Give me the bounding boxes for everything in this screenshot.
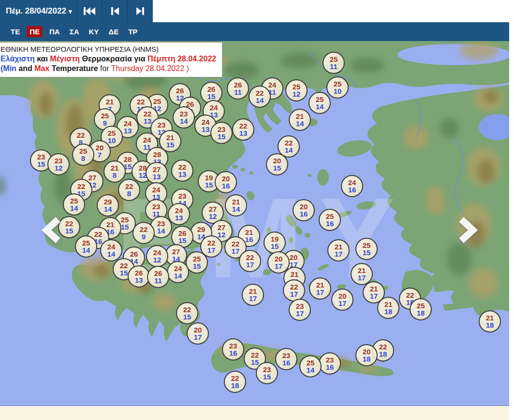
toolbar: Πέμ. 28/04/2022 ▾: [0, 0, 153, 22]
max-temp: 26: [178, 230, 187, 237]
day-tab-ΚΥ[interactable]: ΚΥ: [86, 26, 102, 37]
day-tab-ΣΑ[interactable]: ΣΑ: [67, 26, 82, 37]
max-temp: 23: [55, 157, 63, 164]
map-prev-arrow[interactable]: [40, 217, 65, 244]
temp-bubble: 2217: [239, 250, 261, 272]
title-part: for: [100, 64, 111, 72]
date-dropdown[interactable]: Πέμ. 28/04/2022 ▾: [0, 0, 76, 22]
max-temp: 20: [300, 203, 308, 210]
temp-bubble: 2414: [167, 261, 189, 283]
min-temp: 18: [384, 308, 393, 315]
temp-bubble: 2117: [309, 277, 331, 300]
max-temp: 25: [79, 147, 88, 155]
max-temp: 25: [330, 56, 338, 63]
max-temp: 21: [111, 164, 119, 172]
min-temp: 13: [202, 126, 210, 133]
max-temp: 25: [108, 130, 116, 137]
max-temp: 22: [406, 291, 414, 299]
min-temp: 14: [285, 146, 293, 154]
min-temp: 15: [363, 249, 371, 256]
max-temp: 25: [417, 302, 425, 309]
temp-bubble: 2015: [266, 153, 288, 175]
max-temp: 21: [106, 98, 114, 105]
max-temp: 25: [334, 80, 342, 87]
min-temp: 15: [120, 269, 128, 276]
min-temp: 14: [174, 272, 182, 279]
min-temp: 13: [144, 117, 152, 125]
max-temp: 23: [296, 303, 304, 310]
map-next-arrow[interactable]: [455, 217, 480, 244]
day-tab-ΔΕ[interactable]: ΔΕ: [105, 26, 121, 37]
min-temp: 17: [249, 295, 257, 302]
max-temp: 26: [135, 269, 143, 276]
temp-bubble: 2114: [289, 109, 311, 131]
min-temp: 11: [234, 88, 242, 96]
min-temp: 15: [263, 373, 271, 380]
max-temp: 23: [152, 203, 161, 210]
max-temp: 24: [124, 120, 132, 127]
min-temp: 12: [218, 231, 226, 238]
max-temp: 26: [234, 81, 242, 88]
max-temp: 21: [232, 198, 240, 205]
temp-bubble: 2713: [146, 162, 168, 184]
skip-to-first-button[interactable]: [77, 0, 102, 22]
max-temp: 29: [104, 198, 112, 205]
max-temp: 19: [271, 235, 279, 243]
max-temp: 24: [210, 104, 218, 111]
day-tab-ΤΡ[interactable]: ΤΡ: [125, 26, 140, 37]
temp-bubble: 2016: [293, 199, 315, 221]
max-temp: 25: [82, 239, 90, 246]
min-temp: 18: [363, 355, 371, 362]
max-temp: 21: [384, 301, 393, 308]
max-temp: 20: [363, 348, 371, 355]
next-day-icon: [135, 6, 145, 16]
max-temp: 26: [130, 250, 138, 258]
max-temp: 21: [291, 271, 299, 278]
day-tab-ΠΑ[interactable]: ΠΑ: [46, 26, 63, 37]
min-temp: 10: [108, 137, 116, 144]
max-temp: 21: [245, 229, 253, 236]
min-temp: 15: [65, 227, 73, 234]
max-temp: 24: [143, 136, 151, 144]
min-temp: 14: [232, 205, 240, 213]
min-temp: 14: [180, 117, 188, 125]
max-temp: 21: [316, 281, 324, 289]
min-temp: 14: [296, 120, 304, 127]
min-temp: 17: [232, 247, 240, 255]
min-temp: 15: [37, 160, 45, 168]
max-temp: 29: [197, 226, 206, 233]
previous-day-button[interactable]: [103, 0, 128, 22]
max-temp: 22: [231, 375, 239, 382]
max-temp: 25: [307, 359, 315, 366]
day-tab-ΤΕ[interactable]: ΤΕ: [8, 26, 23, 37]
temp-bubble: 2510: [326, 76, 349, 99]
temp-bubble: 2118: [377, 297, 399, 319]
max-temp: 22: [65, 220, 73, 227]
min-temp: 11: [154, 277, 162, 284]
min-temp: 14: [316, 103, 324, 110]
max-temp: 26: [154, 270, 162, 277]
max-temp: 19: [205, 174, 213, 181]
min-temp: 15: [121, 223, 129, 231]
temp-bubble: 2315: [210, 122, 233, 144]
min-temp: 16: [229, 349, 237, 357]
skip-to-first-icon: [83, 6, 96, 16]
temp-bubble: 2314: [173, 106, 195, 129]
min-temp: 15: [218, 133, 226, 140]
max-temp: 21: [296, 113, 304, 120]
map-title-line2: Ελάχιστη και Μέγιστη Θερμοκρασία για Πέμ…: [0, 54, 216, 64]
temp-bubble: 2611: [147, 266, 169, 288]
next-day-button[interactable]: [128, 0, 153, 22]
day-tab-ΠΕ[interactable]: ΠΕ: [27, 26, 43, 37]
max-temp: 23: [229, 342, 237, 349]
max-temp: 22: [120, 262, 128, 269]
min-temp: 13: [175, 214, 183, 221]
max-temp: 20: [338, 292, 347, 300]
map-title-line1: ΕΘΝΙΚΗ ΜΕΤΕΩΡΟΛΟΓΙΚΗ ΥΠΗΡΕΣΙΑ (HNMS): [0, 44, 216, 54]
max-temp: 20: [273, 157, 281, 164]
max-temp: 23: [158, 121, 166, 129]
max-temp: 24: [152, 186, 161, 193]
min-temp: 16: [348, 186, 356, 193]
min-temp: 16: [326, 363, 334, 371]
title-part: and: [18, 64, 34, 72]
